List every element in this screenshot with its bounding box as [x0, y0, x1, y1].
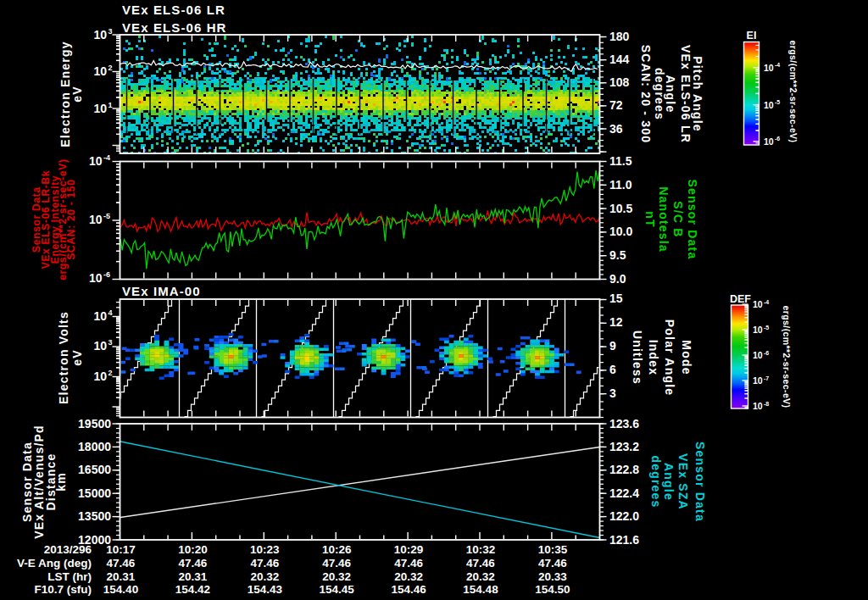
- svg-text:123.2: 123.2: [609, 440, 639, 453]
- svg-text:47.46: 47.46: [538, 557, 567, 569]
- svg-text:nT: nT: [643, 211, 657, 228]
- svg-text:Polar Angle: Polar Angle: [663, 319, 676, 396]
- svg-text:20.33: 20.33: [538, 570, 567, 583]
- svg-text:10: 10: [93, 369, 107, 383]
- svg-text:20.32: 20.32: [250, 570, 279, 583]
- svg-text:11.0: 11.0: [609, 178, 632, 192]
- svg-text:-6: -6: [775, 136, 780, 142]
- svg-text:eV: eV: [70, 349, 84, 366]
- svg-text:10: 10: [753, 350, 763, 360]
- svg-text:10: 10: [93, 28, 107, 42]
- svg-text:154.48: 154.48: [463, 583, 498, 596]
- svg-text:47.46: 47.46: [466, 557, 495, 569]
- svg-text:DEF: DEF: [730, 293, 751, 305]
- svg-text:degrees: degrees: [649, 455, 663, 508]
- svg-text:122.8: 122.8: [609, 463, 639, 476]
- svg-text:VEx ELS-06 LR: VEx ELS-06 LR: [122, 3, 225, 17]
- svg-text:20.32: 20.32: [394, 570, 423, 583]
- svg-text:10: 10: [93, 339, 107, 353]
- svg-text:10: 10: [764, 63, 774, 73]
- svg-text:2: 2: [108, 369, 113, 377]
- svg-text:47.46: 47.46: [322, 557, 351, 569]
- svg-text:154.45: 154.45: [320, 583, 355, 596]
- svg-text:47.46: 47.46: [179, 557, 208, 569]
- svg-text:47.46: 47.46: [107, 557, 136, 569]
- svg-text:LST (hr): LST (hr): [47, 570, 92, 583]
- svg-text:ergs/(cm**2-sr-sec-eV): ergs/(cm**2-sr-sec-eV): [788, 41, 798, 143]
- svg-text:Electron Volts: Electron Volts: [57, 311, 70, 404]
- svg-text:Sensor Data: Sensor Data: [693, 442, 707, 522]
- svg-text:122.4: 122.4: [609, 486, 639, 500]
- svg-text:10: 10: [753, 401, 763, 411]
- svg-text:-5: -5: [103, 212, 110, 220]
- svg-text:180: 180: [609, 30, 630, 43]
- svg-text:-4: -4: [103, 153, 110, 162]
- svg-text:144: 144: [609, 53, 630, 66]
- svg-text:19500: 19500: [78, 417, 111, 431]
- svg-text:10:35: 10:35: [538, 543, 568, 556]
- svg-text:154.50: 154.50: [535, 583, 570, 596]
- svg-text:10: 10: [764, 136, 774, 147]
- svg-text:SCAN: 20 - 300: SCAN: 20 - 300: [639, 45, 653, 143]
- svg-text:4: 4: [108, 308, 113, 317]
- svg-text:154.46: 154.46: [391, 583, 426, 596]
- svg-text:20.31: 20.31: [107, 570, 136, 583]
- svg-text:154.40: 154.40: [103, 583, 138, 596]
- svg-text:10: 10: [93, 309, 107, 323]
- svg-text:VEx ELS-06 HR: VEx ELS-06 HR: [122, 20, 227, 35]
- svg-text:20.31: 20.31: [179, 570, 208, 583]
- svg-text:S/C B: S/C B: [671, 201, 685, 237]
- svg-text:15000: 15000: [78, 486, 111, 500]
- svg-text:eV: eV: [70, 86, 84, 103]
- svg-text:10:26: 10:26: [322, 543, 352, 556]
- svg-text:20.32: 20.32: [466, 570, 495, 583]
- svg-text:20.32: 20.32: [322, 570, 351, 583]
- svg-text:16500: 16500: [78, 463, 111, 476]
- svg-text:degrees: degrees: [653, 68, 666, 120]
- svg-text:10: 10: [93, 102, 107, 115]
- svg-text:6: 6: [609, 363, 616, 376]
- svg-text:12: 12: [609, 315, 623, 329]
- svg-text:10:32: 10:32: [466, 543, 496, 556]
- svg-text:VEx ELS-06 LR: VEx ELS-06 LR: [679, 45, 693, 143]
- svg-text:10: 10: [93, 64, 107, 78]
- svg-text:122.0: 122.0: [609, 509, 639, 523]
- svg-text:F10.7 (sfu): F10.7 (sfu): [34, 583, 92, 596]
- svg-text:36: 36: [609, 122, 623, 136]
- svg-text:1: 1: [108, 101, 113, 109]
- svg-text:10: 10: [764, 100, 774, 110]
- svg-text:9.0: 9.0: [609, 272, 626, 286]
- svg-text:-4: -4: [764, 299, 769, 305]
- svg-text:13500: 13500: [78, 509, 111, 523]
- svg-text:-5: -5: [764, 325, 769, 331]
- svg-text:-7: -7: [764, 375, 769, 381]
- svg-text:9: 9: [609, 339, 616, 353]
- svg-text:10.0: 10.0: [609, 225, 632, 238]
- svg-text:SCAN: 20 - 150: SCAN: 20 - 150: [65, 179, 77, 259]
- svg-text:15: 15: [609, 292, 623, 305]
- svg-text:10:29: 10:29: [394, 543, 424, 556]
- svg-text:VEx SZA: VEx SZA: [676, 453, 690, 510]
- svg-text:2: 2: [108, 64, 113, 72]
- svg-text:2013/296: 2013/296: [44, 543, 92, 556]
- svg-text:Sensor Data: Sensor Data: [686, 180, 699, 260]
- svg-text:ergs/(cm**2-sr-sec-eV): ergs/(cm**2-sr-sec-eV): [782, 306, 792, 408]
- svg-text:10: 10: [89, 154, 103, 168]
- svg-text:123.6: 123.6: [609, 417, 639, 431]
- svg-text:10: 10: [89, 271, 103, 285]
- svg-text:Unitless: Unitless: [631, 331, 644, 385]
- svg-text:3: 3: [108, 27, 113, 36]
- svg-text:VEx IMA-00: VEx IMA-00: [122, 284, 201, 298]
- svg-text:km: km: [54, 472, 68, 492]
- svg-text:3: 3: [108, 338, 113, 347]
- svg-text:Mode: Mode: [680, 340, 693, 375]
- svg-text:-8: -8: [764, 401, 769, 407]
- svg-text:121.6: 121.6: [609, 533, 639, 547]
- svg-text:11.5: 11.5: [609, 154, 632, 168]
- svg-text:-6: -6: [764, 350, 769, 356]
- svg-text:154.43: 154.43: [248, 583, 283, 596]
- svg-text:108: 108: [609, 75, 630, 89]
- svg-text:18000: 18000: [78, 440, 111, 453]
- svg-text:3: 3: [609, 386, 616, 400]
- svg-text:10:20: 10:20: [178, 543, 208, 556]
